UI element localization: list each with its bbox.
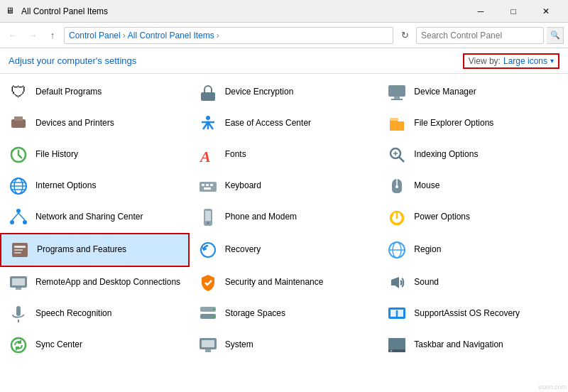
item-label: Storage Spaces (225, 308, 285, 320)
list-item[interactable]: Programs and Features (0, 233, 190, 267)
item-icon (386, 143, 408, 166)
item-icon (7, 206, 30, 229)
item-label: Device Encryption (225, 87, 294, 98)
subheader: Adjust your computer's settings View by:… (0, 48, 568, 74)
svg-line-30 (12, 213, 18, 220)
list-item[interactable]: Taskbar and Navigation (378, 330, 568, 361)
svg-point-26 (395, 185, 398, 188)
list-item[interactable]: Sync Center (0, 330, 190, 361)
view-by-value[interactable]: Large icons (503, 56, 547, 66)
item-icon (386, 365, 408, 366)
item-icon (386, 239, 408, 261)
maximize-button[interactable]: □ (497, 0, 530, 23)
breadcrumb-all-items[interactable]: All Control Panel Items (128, 31, 214, 40)
item-icon (7, 334, 30, 356)
list-item[interactable]: Internet Options (0, 170, 190, 202)
list-item[interactable]: Keyboard (190, 170, 379, 202)
list-item[interactable]: Sound (378, 267, 568, 298)
svg-rect-59 (205, 349, 211, 352)
svg-point-7 (206, 116, 210, 120)
svg-rect-6 (15, 128, 22, 132)
list-item[interactable]: System (190, 330, 379, 361)
list-item[interactable]: Mouse (378, 170, 568, 202)
title-bar-text: All Control Panel Items (21, 6, 464, 16)
page-title: Adjust your computer's settings (9, 55, 136, 66)
item-icon (9, 239, 31, 261)
up-button[interactable]: ↑ (44, 27, 61, 44)
item-label: Taskbar and Navigation (414, 339, 503, 351)
list-item[interactable]: Recovery (190, 233, 379, 267)
list-item[interactable]: File Explorer Options (378, 108, 568, 139)
items-grid: 🛡Default ProgramsDevice EncryptionDevice… (0, 77, 568, 366)
list-item[interactable]: Storage Spaces (190, 298, 379, 330)
breadcrumb-control-panel[interactable]: Control Panel (69, 31, 121, 40)
svg-rect-22 (206, 184, 209, 186)
item-label: Programs and Features (37, 244, 126, 256)
list-item[interactable]: Network and Sharing Center (0, 202, 190, 233)
forward-button[interactable]: → (24, 27, 41, 44)
item-icon (197, 239, 219, 261)
svg-point-53 (212, 315, 214, 317)
svg-rect-24 (204, 187, 211, 190)
item-icon (7, 112, 30, 135)
list-item[interactable]: SupportAssist OS Recovery (378, 298, 568, 330)
list-item[interactable]: User Accounts (190, 361, 379, 366)
item-label: Security and Maintenance (225, 277, 324, 288)
list-item[interactable]: 🛡Default Programs (0, 77, 190, 108)
title-bar: 🖥 All Control Panel Items ─ □ ✕ (0, 0, 568, 23)
list-item[interactable]: RemoteApp and Desktop Connections (0, 267, 190, 298)
refresh-button[interactable]: ↻ (396, 27, 413, 44)
minimize-button[interactable]: ─ (464, 0, 497, 23)
item-icon (7, 143, 30, 166)
item-label: Recovery (225, 244, 261, 256)
list-item[interactable]: Speech Recognition (0, 298, 190, 330)
item-icon: A (197, 143, 219, 166)
list-item[interactable]: AFonts (190, 139, 379, 170)
view-by-container[interactable]: View by: Large icons ▾ (463, 53, 559, 69)
item-label: Internet Options (36, 180, 96, 192)
item-icon (386, 175, 408, 197)
item-icon (197, 175, 219, 197)
svg-point-34 (207, 222, 209, 224)
close-button[interactable]: ✕ (530, 0, 562, 23)
svg-rect-8 (390, 118, 398, 121)
item-icon (386, 206, 408, 229)
list-item[interactable]: File History (0, 139, 190, 170)
item-icon (7, 175, 30, 197)
list-item[interactable]: Indexing Options (378, 139, 568, 170)
list-item[interactable]: Ease of Access Center (190, 108, 379, 139)
back-button[interactable]: ← (4, 27, 21, 44)
svg-rect-21 (202, 184, 204, 186)
list-item[interactable]: Windows Defender Firewall (378, 361, 568, 366)
address-bar: ← → ↑ Control Panel › All Control Panel … (0, 23, 568, 48)
svg-rect-58 (202, 340, 214, 347)
item-label: Region (414, 244, 441, 256)
list-item[interactable]: Troubleshooting (0, 361, 190, 366)
item-label: File History (36, 149, 78, 160)
item-icon (197, 303, 219, 325)
svg-rect-48 (16, 306, 21, 316)
item-label: RemoteApp and Desktop Connections (36, 277, 180, 288)
search-input[interactable] (416, 27, 544, 44)
list-item[interactable]: Region (378, 233, 568, 267)
svg-rect-60 (388, 338, 405, 351)
app-icon: 🖥 (6, 6, 17, 17)
list-item[interactable]: Phone and Modem (190, 202, 379, 233)
list-item[interactable]: Power Options (378, 202, 568, 233)
item-icon (197, 365, 219, 366)
svg-rect-45 (12, 278, 25, 285)
svg-rect-3 (391, 99, 403, 100)
item-label: SupportAssist OS Recovery (414, 308, 520, 320)
item-label: Default Programs (36, 87, 102, 98)
item-icon (197, 112, 219, 135)
watermark: vsxin.com (538, 383, 567, 391)
list-item[interactable]: Device Encryption (190, 77, 379, 108)
list-item[interactable]: Devices and Printers (0, 108, 190, 139)
svg-rect-2 (394, 97, 400, 99)
list-item[interactable]: Device Manager (378, 77, 568, 108)
item-label: File Explorer Options (414, 118, 493, 129)
item-icon (197, 206, 219, 229)
breadcrumb[interactable]: Control Panel › All Control Panel Items … (64, 27, 393, 44)
search-button[interactable]: 🔍 (547, 27, 564, 44)
list-item[interactable]: Security and Maintenance (190, 267, 379, 298)
